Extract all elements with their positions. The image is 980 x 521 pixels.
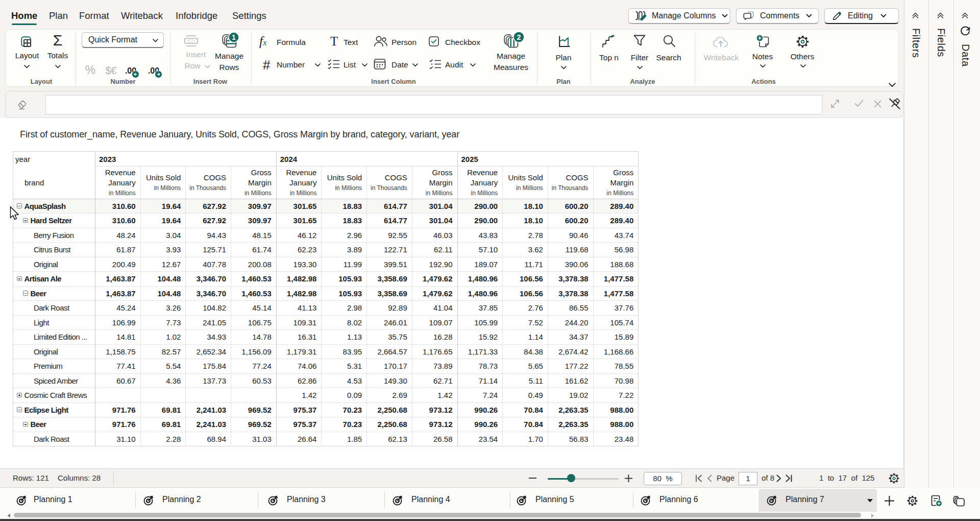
svg-text:1: 1	[232, 33, 236, 41]
svg-text:2: 2	[517, 33, 521, 41]
